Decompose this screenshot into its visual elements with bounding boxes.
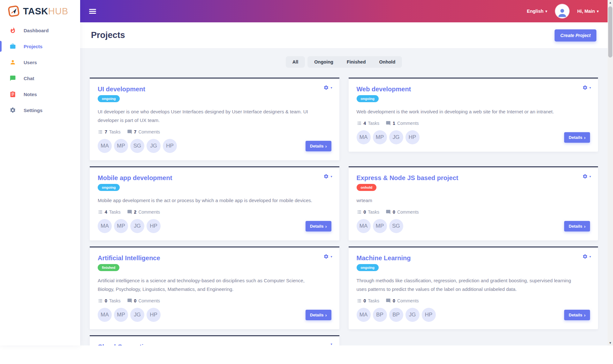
task-list-icon [357,209,362,215]
member-avatar: MP [114,219,128,233]
scrollbar-thumb[interactable] [608,6,612,57]
sidebar-item-label: Dashboard [24,28,49,33]
project-title[interactable]: UI development [98,86,145,93]
hamburger-icon[interactable] [89,8,96,15]
project-settings-dropdown[interactable]: ▾ [582,174,591,179]
main-area: Projects Create Project All Ongoing Fini… [80,22,608,345]
comments-count: 2Comments [127,209,160,215]
project-card-ui-development: UI development ▾ ongoing UI developer is… [90,78,339,160]
chevron-right-icon: › [584,313,586,317]
project-settings-dropdown[interactable]: ▾ [323,85,332,90]
member-avatar: HP [147,219,161,233]
project-stats: 4Tasks 1Comments [357,121,590,126]
chevron-down-icon: ▾ [330,343,332,345]
user-avatar[interactable] [556,4,569,18]
language-dropdown[interactable]: English ▾ [527,9,547,14]
project-title[interactable]: Machine Learning [357,254,411,262]
sidebar-item-label: Users [24,60,37,65]
tasks-count: 7Tasks [98,129,121,134]
member-avatar: HP [163,139,177,153]
details-button[interactable]: Details› [306,141,331,151]
scrollbar-up-arrow[interactable]: ▲ [608,0,613,5]
sidebar-item-chat[interactable]: Chat [0,70,80,86]
user-menu-dropdown[interactable]: Hi, Main ▾ [577,9,599,14]
chevron-right-icon: › [584,224,586,229]
project-settings-dropdown[interactable]: ▾ [582,254,591,259]
project-settings-dropdown[interactable]: ▾ [323,254,332,259]
details-button[interactable]: Details› [564,310,590,320]
member-avatar: MP [114,139,128,153]
project-card-cloud-computing: Cloud Computing ▾ [90,335,339,345]
user-avatar-icon [557,7,568,18]
member-avatar: MP [373,130,387,144]
filter-tab-onhold[interactable]: Onhold [373,56,402,68]
project-title[interactable]: Artificial Intelligence [98,254,160,262]
project-settings-dropdown[interactable]: ▾ [582,85,591,90]
chevron-down-icon: ▾ [330,175,332,178]
details-button[interactable]: Details› [306,221,331,231]
scrollbar-down-arrow[interactable]: ▼ [608,340,613,345]
flame-icon [10,27,16,34]
project-title[interactable]: Cloud Computing [98,343,151,345]
details-button[interactable]: Details› [564,221,590,231]
sidebar-item-label: Settings [24,108,42,113]
project-stats: 0Tasks 0Comments [357,209,590,215]
create-project-button[interactable]: Create Project [555,29,596,42]
chevron-down-icon: ▾ [589,86,591,89]
filter-tab-all[interactable]: All [286,56,305,68]
sidebar-item-settings[interactable]: Settings [0,102,80,118]
project-settings-dropdown[interactable]: ▾ [330,343,332,345]
comments-icon [386,298,391,303]
sidebar-nav: Dashboard Projects Users Chat Notes Sett… [0,22,80,118]
project-card-mobile-app-development: Mobile app development ▾ ongoing Mobile … [90,166,339,240]
member-avatar: MP [114,308,128,322]
project-settings-dropdown[interactable]: ▾ [323,174,332,179]
page-scrollbar[interactable]: ▲ ▼ [608,0,613,345]
details-button[interactable]: Details› [564,132,590,143]
sidebar-item-label: Notes [24,92,37,97]
chevron-right-icon: › [325,313,327,317]
sidebar-item-dashboard[interactable]: Dashboard [0,22,80,38]
content-area: All Ongoing Finished Onhold UI developme… [80,49,608,345]
project-description: UI developer is one who develops User In… [98,107,321,125]
gear-icon [10,107,16,113]
tasks-count: 0Tasks [98,298,121,303]
member-avatars: MA MP JG HP [98,308,161,322]
gear-icon [582,174,588,179]
projects-grid: UI development ▾ ongoing UI developer is… [90,78,598,345]
member-avatars: MA MP SG [357,219,403,233]
sidebar-item-label: Projects [24,44,42,49]
member-avatar: MP [373,219,387,233]
user-icon [10,59,16,65]
member-avatar: MA [98,139,112,153]
status-badge: ongoing [98,184,120,191]
filter-tab-ongoing[interactable]: Ongoing [307,56,340,68]
briefcase-icon [10,43,16,49]
project-title[interactable]: Mobile app development [98,174,172,182]
sidebar-item-users[interactable]: Users [0,54,80,70]
gear-icon [582,85,588,90]
project-description: Mobile app development is the act or pro… [98,196,321,205]
member-avatar: JG [147,139,161,153]
app-logo[interactable]: TASKHUB [0,0,80,19]
member-avatar: MA [98,308,112,322]
member-avatar: JG [130,219,144,233]
comments-icon [127,209,132,215]
project-description: Artificial intelligence is a science and… [98,276,321,293]
filter-tab-finished[interactable]: Finished [340,56,373,68]
sidebar-item-notes[interactable]: Notes [0,86,80,102]
project-stats: 0Tasks 0Comments [357,298,590,303]
sidebar-item-projects[interactable]: Projects [0,38,80,54]
topbar: English ▾ Hi, Main ▾ [80,0,608,22]
app-name: TASKHUB [23,6,68,17]
gear-icon [323,174,329,179]
comments-icon [386,121,391,126]
page-title: Projects [91,30,125,40]
project-title[interactable]: Express & Node JS based project [357,174,458,182]
details-button[interactable]: Details› [306,310,331,320]
project-title[interactable]: Web development [357,86,411,93]
member-avatar: MA [357,130,371,144]
user-greeting: Hi, Main [577,9,595,14]
member-avatar: BP [373,308,387,322]
filter-segment-status: Ongoing Finished Onhold [307,56,402,68]
